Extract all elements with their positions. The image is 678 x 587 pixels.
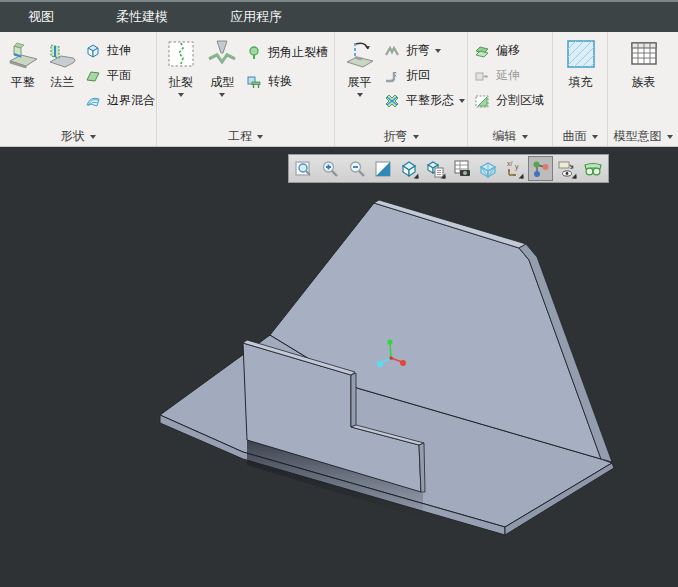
datum-display-button[interactable]: x/ y (502, 156, 526, 181)
zoom-out-button[interactable] (345, 156, 369, 181)
annotation-display-button[interactable] (528, 156, 552, 181)
offset-button[interactable]: 偏移 (471, 38, 550, 63)
chevron-down-icon (257, 135, 263, 139)
chevron-down-icon (459, 99, 465, 103)
sheet-metal-part[interactable] (0, 147, 678, 587)
rip-icon (164, 36, 198, 72)
chevron-down-icon (435, 49, 441, 53)
flatten-icon (343, 36, 377, 72)
convert-label: 转换 (268, 73, 292, 90)
family-table-icon (627, 36, 661, 72)
ribbon-group-engineering: 扯裂 成型 (157, 32, 335, 146)
step-vertical-edge (351, 373, 356, 427)
chevron-down-icon (519, 174, 524, 179)
chevron-down-icon (90, 135, 96, 139)
extrude-icon (85, 42, 102, 59)
planar-icon (85, 67, 102, 84)
planar-button[interactable]: 平面 (82, 63, 154, 88)
group-label-shape[interactable]: 形状 (0, 127, 156, 146)
extend-button: 延伸 (471, 63, 550, 88)
extend-icon (474, 67, 491, 84)
bend-button[interactable]: 折弯 (381, 38, 465, 63)
bend-icon (384, 42, 401, 59)
refit-icon (294, 159, 314, 179)
group-label-model-intent[interactable]: 模型意图 (608, 127, 678, 146)
tab-flexible-modeling[interactable]: 柔性建模 (110, 6, 174, 28)
flange-label: 法兰 (50, 75, 74, 89)
flatten-button[interactable]: 展平 (338, 34, 381, 97)
flat-button[interactable]: 平整 (3, 34, 43, 89)
chevron-down-icon (357, 93, 363, 97)
form-icon (205, 36, 239, 72)
chevron-down-icon (522, 135, 528, 139)
boundary-blend-icon (85, 92, 102, 109)
zoom-in-icon (320, 159, 340, 179)
chevron-down-icon (667, 135, 673, 139)
extrude-button[interactable]: 拉伸 (82, 38, 154, 63)
perspective-button[interactable] (476, 156, 500, 181)
chevron-down-icon (592, 135, 598, 139)
corner-relief-label: 拐角止裂槽 (268, 44, 328, 61)
chevron-down-icon (440, 174, 445, 179)
ribbon-group-edit: 偏移 延伸 (468, 32, 553, 146)
display-style-button[interactable] (397, 156, 421, 181)
family-table-label: 族表 (632, 75, 656, 89)
corner-relief-button[interactable]: 拐角止裂槽 (243, 38, 332, 67)
rip-label: 扯裂 (169, 75, 193, 89)
flange-icon (45, 36, 79, 72)
fill-icon (564, 36, 598, 72)
convert-button[interactable]: 转换 (243, 67, 332, 96)
tab-applications[interactable]: 应用程序 (224, 6, 288, 28)
group-label-edit[interactable]: 编辑 (468, 127, 552, 146)
planar-label: 平面 (107, 67, 131, 84)
ribbon-group-surface: 填充 曲面 (553, 32, 608, 146)
perspective-icon (478, 159, 498, 179)
chevron-down-icon (219, 93, 225, 97)
form-button[interactable]: 成型 (202, 34, 244, 97)
graphics-toolbar: x/ y (288, 154, 609, 183)
visibility-button[interactable] (555, 156, 579, 181)
family-table-button[interactable]: 族表 (618, 34, 670, 89)
repaint-icon (373, 159, 393, 179)
zoom-in-button[interactable] (318, 156, 342, 181)
group-label-engineering[interactable]: 工程 (157, 127, 334, 146)
flat-label: 平整 (11, 75, 35, 89)
offset-label: 偏移 (496, 42, 520, 59)
repaint-button[interactable] (371, 156, 395, 181)
form-label: 成型 (210, 75, 234, 89)
zoom-out-icon (347, 159, 367, 179)
boundary-blend-label: 边界混合 (107, 92, 155, 109)
ribbon-tab-bar: 视图 柔性建模 应用程序 (0, 0, 678, 32)
boundary-blend-button[interactable]: 边界混合 (82, 88, 154, 113)
refit-button[interactable] (292, 156, 316, 181)
view-manager-button[interactable] (450, 156, 474, 181)
chevron-down-icon (413, 135, 419, 139)
flat-pattern-button[interactable]: 平整形态 (381, 88, 465, 113)
chevron-down-icon (178, 93, 184, 97)
fill-button[interactable]: 填充 (558, 34, 604, 89)
model-viewport[interactable]: x/ y (0, 147, 678, 587)
bend-back-icon (384, 67, 401, 84)
ribbon: 平整 法兰 (0, 32, 678, 147)
flange-button[interactable]: 法兰 (43, 34, 83, 89)
svg-text:y: y (515, 163, 519, 171)
bend-back-label: 折回 (406, 67, 430, 84)
flat-pattern-label: 平整形态 (406, 92, 454, 109)
corner-relief-icon (246, 44, 263, 61)
stereo-glasses-button[interactable] (581, 156, 605, 181)
group-label-surface[interactable]: 曲面 (553, 127, 607, 146)
ribbon-group-bend: 展平 折弯 (335, 32, 468, 146)
group-label-bend[interactable]: 折弯 (335, 127, 467, 146)
chevron-down-icon (414, 174, 419, 179)
extend-label: 延伸 (496, 67, 520, 84)
chevron-down-icon (571, 174, 576, 179)
flat-pattern-icon (384, 92, 401, 109)
rip-button[interactable]: 扯裂 (160, 34, 202, 97)
saved-orientations-button[interactable] (423, 156, 447, 181)
split-area-icon (474, 92, 491, 109)
tab-view[interactable]: 视图 (22, 6, 60, 28)
split-area-button[interactable]: 分割区域 (471, 88, 550, 113)
ribbon-group-shape: 平整 法兰 (0, 32, 157, 146)
convert-icon (246, 73, 263, 90)
bend-back-button[interactable]: 折回 (381, 63, 465, 88)
